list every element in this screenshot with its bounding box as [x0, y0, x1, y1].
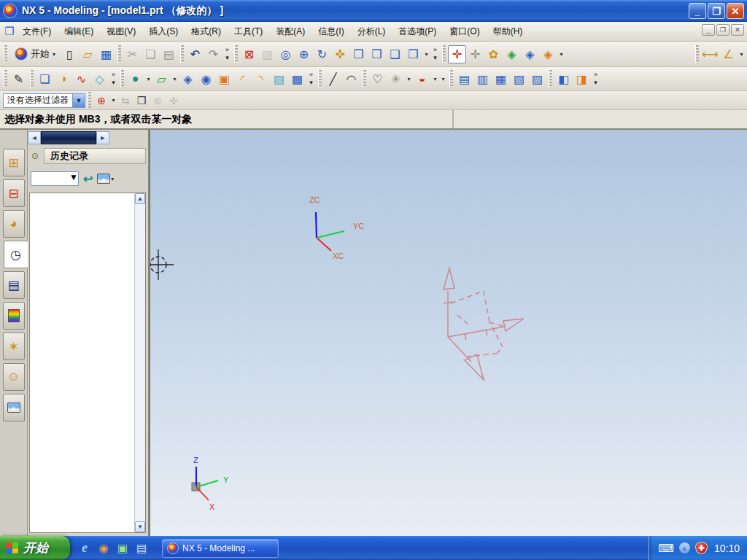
datum-csys-button[interactable]: ◈ [179, 70, 197, 88]
grab-button[interactable]: ✜ [166, 93, 182, 109]
point-dropdown-caret[interactable]: ▾ [405, 70, 413, 88]
tab-roles[interactable]: ☺ [3, 363, 25, 391]
menu-insert[interactable]: 插入(S) [142, 23, 185, 40]
toolbar-grip[interactable] [363, 70, 366, 88]
cut-button[interactable]: ✂ [123, 45, 142, 63]
flange-button[interactable]: ◝ [252, 70, 270, 88]
bounded-surface-button[interactable]: ◨ [573, 70, 591, 88]
through-curve-mesh-button[interactable]: ▦ [492, 70, 510, 88]
rotate-view-button[interactable]: ↻ [313, 45, 331, 63]
nx-task-button[interactable]: NX 5 - Modeling ... [162, 539, 279, 558]
datum-csys-preview[interactable] [444, 268, 524, 380]
tab-materials[interactable] [3, 302, 25, 330]
toolbar-grip[interactable] [4, 45, 7, 63]
toolbar-grip[interactable] [88, 92, 91, 109]
selection-filter-combo[interactable]: 没有选择过滤器 ▼ [3, 93, 85, 108]
shaded-display-button[interactable]: ❒ [404, 45, 422, 63]
restore-button[interactable]: ❐ [708, 3, 725, 19]
menu-format[interactable]: 格式(R) [185, 23, 228, 40]
toolbar-overflow[interactable]: » ▾ [430, 45, 440, 63]
tab-constraint-navigator[interactable]: ⊟ [3, 179, 25, 207]
bounded-plane-button[interactable]: ◉ [197, 70, 215, 88]
invert-shown-button[interactable]: ◈ [521, 45, 539, 63]
boss-button[interactable]: ▩ [288, 70, 306, 88]
messenger-icon[interactable]: ▤ [134, 541, 149, 556]
toolbar-grip[interactable] [117, 45, 121, 63]
wcs-triad[interactable]: ZC YC XC [309, 195, 364, 260]
zoom-in-out-button[interactable]: ⊕ [295, 45, 313, 63]
tab-catalog[interactable]: ▤ [3, 271, 25, 299]
deselect-button[interactable]: ⊕ [150, 93, 166, 109]
filter-dropdown-caret[interactable]: ▾ [109, 93, 117, 109]
perspective-button[interactable]: ❒ [349, 45, 368, 63]
toolbar-grip[interactable] [318, 70, 322, 88]
toolbar-grip[interactable] [234, 45, 238, 63]
measure-distance-button[interactable]: ⟷ [701, 45, 719, 63]
history-filter-combo[interactable]: ▼ [31, 171, 79, 186]
toolbar-overflow[interactable]: » ▾ [222, 45, 232, 63]
measure-angle-button[interactable]: ∠ [719, 45, 738, 63]
tab-history[interactable]: ◷ [4, 241, 28, 268]
show-hide-button[interactable]: ◈ [503, 45, 521, 63]
history-filter-input[interactable] [31, 172, 69, 185]
through-curves-button[interactable]: ▥ [473, 70, 492, 88]
arc-button[interactable]: ◠ [342, 70, 360, 88]
media-player-icon[interactable]: ◉ [96, 541, 111, 556]
input-method-icon[interactable]: ⌨ [658, 542, 674, 555]
surface-dropdown-caret[interactable]: ▾ [431, 70, 439, 88]
redo-button[interactable]: ↷ [204, 45, 222, 63]
pan-view-button[interactable]: ✜ [331, 45, 349, 63]
doc-minimize-button[interactable]: _ [702, 24, 715, 36]
doc-close-button[interactable]: ✕ [731, 24, 744, 36]
toolbar-overflow[interactable]: » ▾ [109, 70, 118, 88]
swap-selection-button[interactable]: ⇆ [117, 93, 133, 109]
toolbar-grip[interactable] [449, 70, 453, 88]
menu-tools[interactable]: 工具(T) [228, 23, 269, 40]
snapshot-button[interactable]: ❒ [133, 93, 150, 109]
scroll-thumb[interactable] [41, 131, 96, 144]
toolbar-options-caret[interactable]: ▾ [439, 70, 447, 88]
start-menu-button[interactable]: 开始 ▾ [9, 45, 61, 63]
shell-button[interactable]: ▧ [270, 70, 288, 88]
wcs-origin-button[interactable]: ✛ [466, 45, 484, 63]
pin-icon[interactable]: ⊙ [29, 150, 41, 162]
wcs-dynamics-button[interactable]: ✛ [448, 45, 466, 63]
extrude-button[interactable]: ❏ [36, 70, 54, 88]
revolve-button[interactable]: ◑ [54, 70, 72, 88]
doc-restore-button[interactable]: ❐ [716, 24, 729, 36]
combo-dropdown-icon[interactable]: ▼ [72, 94, 85, 107]
save-button[interactable]: ▦ [97, 45, 115, 63]
toolbar-grip[interactable] [30, 70, 34, 88]
menu-window[interactable]: 窗口(O) [443, 23, 486, 40]
toolbar-grip[interactable] [180, 45, 184, 63]
tab-assembly-navigator[interactable]: ⊞ [3, 149, 25, 176]
zoom-box-button[interactable]: ◎ [276, 45, 295, 63]
undo-button[interactable]: ↶ [186, 45, 204, 63]
sweep-button[interactable]: ∿ [72, 70, 90, 88]
new-file-button[interactable]: ▯ [61, 45, 79, 63]
section-surface-button[interactable]: ▨ [528, 70, 546, 88]
panel-title[interactable]: 历史记录 [44, 148, 146, 164]
toolbar-overflow[interactable]: » ▾ [591, 70, 600, 88]
graphics-window[interactable]: ZC YC XC [150, 130, 747, 536]
menu-view[interactable]: 视图(V) [100, 23, 142, 40]
measure-dropdown-caret[interactable]: ▾ [738, 45, 746, 63]
line-button[interactable]: ╱ [324, 70, 342, 88]
open-file-button[interactable]: ▱ [79, 45, 97, 63]
sketch-in-task-button[interactable]: ✎ [9, 70, 28, 88]
preview-style-button[interactable]: ▲ ▾ [97, 174, 114, 184]
restore-session-icon[interactable]: ↩ [83, 172, 93, 186]
tab-visualization[interactable]: ✶ [3, 332, 25, 360]
combo-dropdown-icon[interactable]: ▼ [69, 172, 78, 185]
scroll-right-button[interactable]: ► [96, 131, 109, 144]
scroll-up-button[interactable]: ▲ [135, 193, 145, 204]
offset-surface-button[interactable]: ◒ [413, 70, 431, 88]
paste-button[interactable]: ▤ [160, 45, 178, 63]
menu-edit[interactable]: 编辑(E) [58, 23, 100, 40]
scroll-left-button[interactable]: ◄ [28, 131, 41, 144]
bend-button[interactable]: ◜ [233, 70, 252, 88]
point-set-button[interactable]: ✳ [387, 70, 405, 88]
fit-view-button[interactable]: ⊠ [240, 45, 258, 63]
ie-icon[interactable]: e [77, 541, 92, 556]
datum-plane-dropdown-caret[interactable]: ▾ [171, 70, 179, 88]
